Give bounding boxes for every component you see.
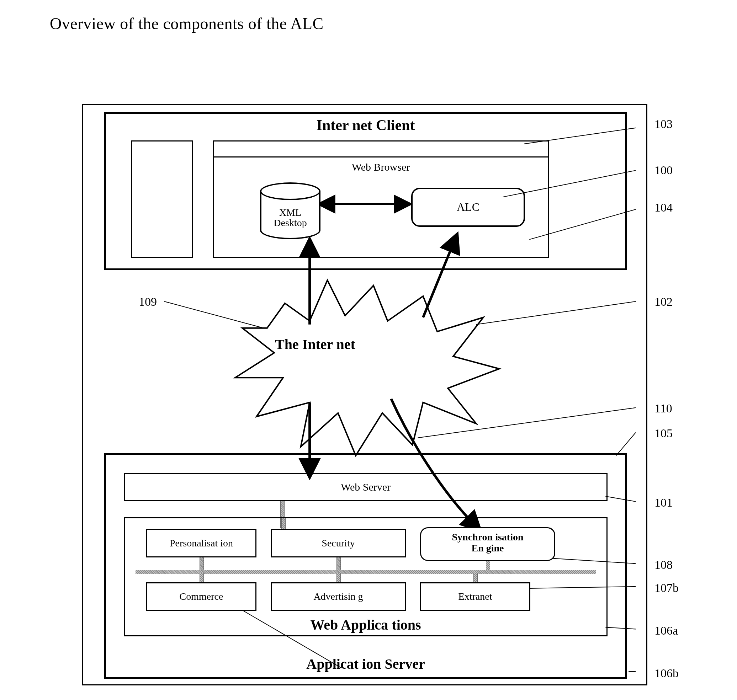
web-applications-title: Web Applica tions: [310, 616, 421, 633]
web-browser-label: Web Browser: [352, 161, 410, 173]
connector-stub: [199, 557, 204, 570]
ref-107b: 107b: [654, 581, 679, 595]
svg-line-5: [417, 408, 635, 438]
module-extranet: Extranet: [420, 582, 530, 611]
ref-106a: 106a: [654, 624, 678, 637]
application-server-title: Applicat ion Server: [306, 656, 425, 672]
connector-stub: [473, 574, 478, 582]
connector-stub: [486, 561, 490, 570]
ref-103: 103: [654, 117, 673, 131]
browser-title-bar: [214, 156, 548, 157]
module-commerce: Commerce: [146, 582, 256, 611]
ref-110: 110: [654, 402, 672, 415]
svg-line-6: [616, 433, 635, 456]
page-title: Overview of the components of the ALC: [50, 14, 324, 33]
module-synchronisation-engine: Synchron isation En gine: [420, 527, 555, 561]
web-applications-box: Personalisat ion Security Synchron isati…: [124, 517, 607, 636]
xml-desktop-cylinder: XML Desktop: [260, 182, 320, 239]
alc-box: ALC: [411, 188, 525, 227]
ref-108: 108: [654, 558, 673, 572]
svg-line-3: [164, 301, 264, 328]
module-advertising: Advertisin g: [271, 582, 406, 611]
diagram-page: Overview of the components of the ALC In…: [0, 0, 737, 700]
web-browser-box: Web Browser XML Desktop ALC: [213, 140, 549, 258]
connector-stub: [282, 518, 286, 529]
ref-105: 105: [654, 426, 673, 440]
ref-106b: 106b: [654, 666, 679, 680]
connector-stub: [336, 574, 341, 582]
connector-stub: [199, 574, 204, 582]
diagram-frame: Inter net Client Web Browser XML Desktop…: [82, 104, 647, 685]
ref-109: 109: [139, 295, 157, 309]
internet-label: The Inter net: [275, 336, 355, 353]
ref-101: 101: [654, 496, 673, 509]
internet-client-box: Inter net Client Web Browser XML Desktop…: [104, 112, 627, 270]
module-personalisation: Personalisat ion: [146, 529, 256, 557]
client-side-panel: [131, 140, 193, 258]
web-server-box: Web Server: [124, 473, 607, 501]
module-bus: [136, 570, 596, 574]
svg-line-4: [476, 301, 635, 325]
xml-desktop-label: XML Desktop: [260, 207, 320, 228]
application-server-box: Web Server Personalisat ion Security Syn…: [104, 453, 627, 679]
ref-102: 102: [654, 295, 673, 309]
module-security: Security: [271, 529, 406, 557]
internet-client-heading: Inter net Client: [317, 117, 415, 134]
ref-104: 104: [654, 201, 673, 215]
connector-stub: [336, 557, 341, 570]
ref-100: 100: [654, 163, 673, 177]
internet-starburst: [235, 280, 499, 455]
